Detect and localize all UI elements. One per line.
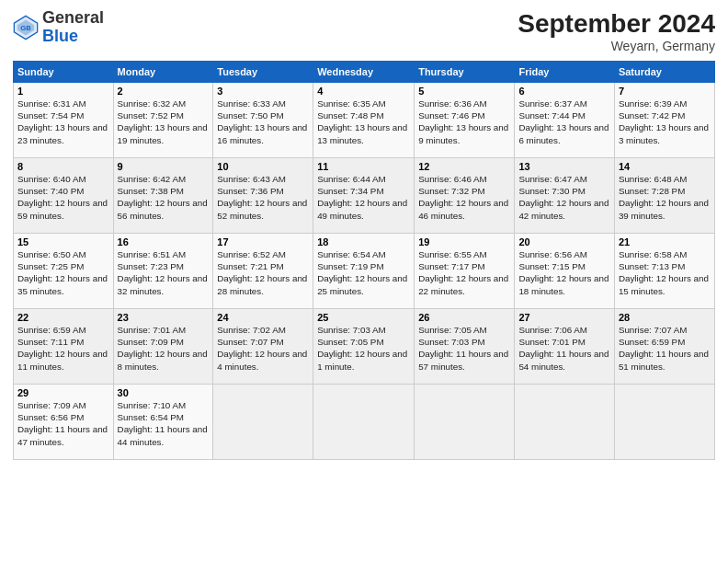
cell-details: Sunrise: 6:40 AMSunset: 7:40 PMDaylight:… [17,173,109,222]
day-number: 3 [217,86,309,97]
calendar-cell: 22Sunrise: 6:59 AMSunset: 7:11 PMDayligh… [14,309,114,385]
cell-details: Sunrise: 6:33 AMSunset: 7:50 PMDaylight:… [217,98,309,146]
day-of-week-header: Sunday [14,62,114,83]
calendar-cell: 10Sunrise: 6:43 AMSunset: 7:36 PMDayligh… [213,158,313,234]
day-number: 24 [217,312,309,323]
calendar-week-row: 15Sunrise: 6:50 AMSunset: 7:25 PMDayligh… [14,234,715,309]
calendar-cell: 21Sunrise: 6:58 AMSunset: 7:13 PMDayligh… [614,234,714,309]
day-number: 13 [518,161,609,172]
day-number: 19 [418,236,510,247]
day-of-week-header: Friday [515,62,614,83]
day-number: 25 [317,312,410,323]
calendar-cell [313,385,415,460]
day-number: 30 [118,387,210,398]
day-number: 17 [217,236,309,247]
cell-details: Sunrise: 7:03 AMSunset: 7:05 PMDaylight:… [317,324,410,373]
calendar-cell: 3Sunrise: 6:33 AMSunset: 7:50 PMDaylight… [213,83,313,158]
day-number: 12 [418,161,510,172]
cell-details: Sunrise: 6:32 AMSunset: 7:52 PMDaylight:… [118,98,210,146]
title-block: September 2024 Weyarn, Germany [518,9,715,53]
cell-details: Sunrise: 7:07 AMSunset: 6:59 PMDaylight:… [619,324,711,373]
calendar-cell: 2Sunrise: 6:32 AMSunset: 7:52 PMDaylight… [113,83,213,158]
calendar-cell: 12Sunrise: 6:46 AMSunset: 7:32 PMDayligh… [415,158,515,234]
cell-details: Sunrise: 6:59 AMSunset: 7:11 PMDaylight:… [17,324,109,373]
day-number: 5 [418,86,510,97]
calendar-header: SundayMondayTuesdayWednesdayThursdayFrid… [14,62,715,83]
calendar-cell: 17Sunrise: 6:52 AMSunset: 7:21 PMDayligh… [213,234,313,309]
cell-details: Sunrise: 6:46 AMSunset: 7:32 PMDaylight:… [418,173,510,222]
day-number: 10 [217,161,309,172]
cell-details: Sunrise: 6:37 AMSunset: 7:44 PMDaylight:… [518,98,609,146]
calendar-cell [415,385,515,460]
cell-details: Sunrise: 6:56 AMSunset: 7:15 PMDaylight:… [518,248,609,297]
day-number: 27 [518,312,609,323]
logo-text: General Blue [42,9,104,46]
calendar-week-row: 22Sunrise: 6:59 AMSunset: 7:11 PMDayligh… [14,309,715,385]
day-of-week-header: Wednesday [313,62,415,83]
calendar-cell: 30Sunrise: 7:10 AMSunset: 6:54 PMDayligh… [113,385,213,460]
day-of-week-header: Thursday [415,62,515,83]
calendar-cell: 24Sunrise: 7:02 AMSunset: 7:07 PMDayligh… [213,309,313,385]
day-number: 7 [619,86,711,97]
day-number: 2 [118,86,210,97]
cell-details: Sunrise: 6:42 AMSunset: 7:38 PMDaylight:… [118,173,210,222]
cell-details: Sunrise: 6:44 AMSunset: 7:34 PMDaylight:… [317,173,410,222]
calendar-cell: 14Sunrise: 6:48 AMSunset: 7:28 PMDayligh… [614,158,714,234]
cell-details: Sunrise: 6:31 AMSunset: 7:54 PMDaylight:… [17,98,109,146]
calendar-cell: 1Sunrise: 6:31 AMSunset: 7:54 PMDaylight… [14,83,114,158]
day-number: 21 [619,236,711,247]
calendar-week-row: 8Sunrise: 6:40 AMSunset: 7:40 PMDaylight… [14,158,715,234]
day-number: 11 [317,161,410,172]
page: GB General Blue September 2024 Weyarn, G… [0,0,728,563]
day-of-week-header: Tuesday [213,62,313,83]
logo: GB General Blue [13,9,104,46]
day-number: 1 [17,86,109,97]
day-number: 15 [17,236,109,247]
cell-details: Sunrise: 6:48 AMSunset: 7:28 PMDaylight:… [619,173,711,222]
logo-blue-text: Blue [42,27,78,45]
cell-details: Sunrise: 6:51 AMSunset: 7:23 PMDaylight:… [118,248,210,297]
day-of-week-header: Saturday [614,62,714,83]
cell-details: Sunrise: 7:05 AMSunset: 7:03 PMDaylight:… [418,324,510,373]
calendar-body: 1Sunrise: 6:31 AMSunset: 7:54 PMDaylight… [14,83,715,460]
calendar-cell: 9Sunrise: 6:42 AMSunset: 7:38 PMDaylight… [113,158,213,234]
month-year: September 2024 [518,9,715,39]
calendar-cell: 23Sunrise: 7:01 AMSunset: 7:09 PMDayligh… [113,309,213,385]
cell-details: Sunrise: 7:09 AMSunset: 6:56 PMDaylight:… [17,399,109,448]
calendar-table: SundayMondayTuesdayWednesdayThursdayFrid… [13,61,715,460]
cell-details: Sunrise: 6:47 AMSunset: 7:30 PMDaylight:… [518,173,609,222]
svg-text:GB: GB [20,24,31,32]
calendar-cell: 7Sunrise: 6:39 AMSunset: 7:42 PMDaylight… [614,83,714,158]
calendar-cell: 25Sunrise: 7:03 AMSunset: 7:05 PMDayligh… [313,309,415,385]
calendar-cell: 11Sunrise: 6:44 AMSunset: 7:34 PMDayligh… [313,158,415,234]
location: Weyarn, Germany [518,39,715,53]
day-number: 8 [17,161,109,172]
logo-general-text: General [42,8,104,27]
day-number: 26 [418,312,510,323]
calendar-cell: 8Sunrise: 6:40 AMSunset: 7:40 PMDaylight… [14,158,114,234]
calendar-cell: 18Sunrise: 6:54 AMSunset: 7:19 PMDayligh… [313,234,415,309]
day-number: 14 [619,161,711,172]
calendar-cell: 6Sunrise: 6:37 AMSunset: 7:44 PMDaylight… [515,83,614,158]
cell-details: Sunrise: 6:58 AMSunset: 7:13 PMDaylight:… [619,248,711,297]
calendar-week-row: 29Sunrise: 7:09 AMSunset: 6:56 PMDayligh… [14,385,715,460]
day-number: 6 [518,86,609,97]
day-of-week-header: Monday [113,62,213,83]
calendar-week-row: 1Sunrise: 6:31 AMSunset: 7:54 PMDaylight… [14,83,715,158]
calendar-cell: 19Sunrise: 6:55 AMSunset: 7:17 PMDayligh… [415,234,515,309]
cell-details: Sunrise: 7:06 AMSunset: 7:01 PMDaylight:… [518,324,609,373]
calendar-cell: 13Sunrise: 6:47 AMSunset: 7:30 PMDayligh… [515,158,614,234]
day-number: 22 [17,312,109,323]
logo-icon: GB [13,15,39,40]
day-number: 29 [17,387,109,398]
cell-details: Sunrise: 6:43 AMSunset: 7:36 PMDaylight:… [217,173,309,222]
day-number: 23 [118,312,210,323]
calendar-cell: 28Sunrise: 7:07 AMSunset: 6:59 PMDayligh… [614,309,714,385]
cell-details: Sunrise: 6:52 AMSunset: 7:21 PMDaylight:… [217,248,309,297]
day-number: 9 [118,161,210,172]
day-number: 18 [317,236,410,247]
cell-details: Sunrise: 6:50 AMSunset: 7:25 PMDaylight:… [17,248,109,297]
day-number: 20 [518,236,609,247]
cell-details: Sunrise: 7:01 AMSunset: 7:09 PMDaylight:… [118,324,210,373]
calendar-cell: 16Sunrise: 6:51 AMSunset: 7:23 PMDayligh… [113,234,213,309]
